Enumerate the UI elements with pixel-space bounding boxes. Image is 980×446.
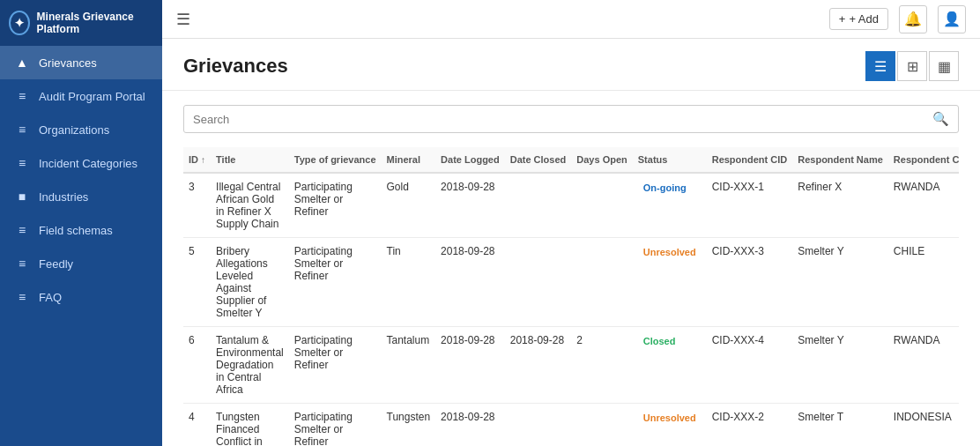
col-header-date-logged: Date Logged <box>435 147 505 173</box>
cell-type: Participating Smelter or Refiner <box>289 404 382 447</box>
cell-date-closed <box>505 238 572 327</box>
field-icon: ≡ <box>14 223 30 237</box>
sidebar-item-incident[interactable]: ≡ Incident Categories <box>0 146 162 180</box>
cell-id: 5 <box>183 238 211 327</box>
cell-respondent-name: Refiner X <box>792 173 888 238</box>
sidebar-label-feedly: Feedly <box>39 257 73 271</box>
industries-icon: ■ <box>14 190 30 204</box>
cell-date-logged: 2018-09-28 <box>435 238 505 327</box>
col-header-days-open: Days Open <box>571 147 632 173</box>
table-row[interactable]: 5 Bribery Allegations Leveled Against Su… <box>183 238 959 327</box>
cell-respondent-name: Smelter T <box>792 404 888 447</box>
cell-days-open <box>571 173 632 238</box>
table-row[interactable]: 4 Tungsten Financed Conflict in East Asi… <box>183 404 959 447</box>
add-button[interactable]: + + Add <box>829 8 888 30</box>
cell-status: Unresolved <box>633 238 707 327</box>
page-title: Grievances <box>183 55 288 78</box>
incident-icon: ≡ <box>14 156 30 170</box>
sidebar-label-audit: Audit Program Portal <box>39 90 145 103</box>
table-header-row: ID ↑ Title Type of grievance Mineral Dat… <box>183 147 959 173</box>
search-icon[interactable]: 🔍 <box>932 111 949 127</box>
status-badge: Unresolved <box>638 245 702 259</box>
cell-type: Participating Smelter or Refiner <box>289 327 382 404</box>
cell-mineral: Tin <box>382 238 436 327</box>
list-view-button[interactable]: ☰ <box>865 51 895 81</box>
table-row[interactable]: 6 Tantalum & Environmental Degradation i… <box>183 327 959 404</box>
hamburger-menu[interactable]: ☰ <box>176 10 190 29</box>
col-header-type: Type of grievance <box>289 147 382 173</box>
cell-days-open <box>571 404 632 447</box>
calendar-view-icon: ▦ <box>938 58 951 75</box>
col-header-respondent-cid: Respondent CID <box>707 147 793 173</box>
cell-date-logged: 2018-09-28 <box>435 404 505 447</box>
cell-respondent-name: Smelter Y <box>792 238 888 327</box>
sidebar-item-field[interactable]: ≡ Field schemas <box>0 213 162 247</box>
col-header-respondent-country: Respondent Country <box>888 147 959 173</box>
notifications-button[interactable]: 🔔 <box>899 5 927 33</box>
cell-respondent-country: INDONESIA <box>888 404 959 447</box>
cell-id: 4 <box>183 404 211 447</box>
logo-icon: ✦ <box>9 11 30 35</box>
search-bar: 🔍 <box>183 105 959 133</box>
cell-title: Tungsten Financed Conflict in East Asia <box>211 404 289 447</box>
cell-respondent-country: RWANDA <box>888 173 959 238</box>
sidebar-item-feedly[interactable]: ≡ Feedly <box>0 247 162 280</box>
sidebar-item-organizations[interactable]: ≡ Organizations <box>0 113 162 146</box>
add-icon: + <box>839 12 846 26</box>
cell-title: Bribery Allegations Leveled Against Supp… <box>211 238 289 327</box>
col-header-mineral: Mineral <box>382 147 436 173</box>
sidebar-label-faq: FAQ <box>39 291 62 304</box>
cell-date-closed <box>505 404 572 447</box>
app-name: Minerals Grievance Platform <box>37 11 153 35</box>
sidebar-item-grievances[interactable]: ▲ Grievances <box>0 46 162 79</box>
cell-date-closed <box>505 173 572 238</box>
cell-status: Unresolved <box>633 404 707 447</box>
user-button[interactable]: 👤 <box>938 5 966 33</box>
col-header-respondent-name: Respondent Name <box>792 147 888 173</box>
user-icon: 👤 <box>943 11 961 27</box>
grievances-table-wrap: ID ↑ Title Type of grievance Mineral Dat… <box>183 147 959 446</box>
sort-arrow-id: ↑ <box>201 155 205 165</box>
view-toggle: ☰ ⊞ ▦ <box>865 51 959 81</box>
cell-days-open: 2 <box>571 327 632 404</box>
sidebar-item-audit[interactable]: ≡ Audit Program Portal <box>0 79 162 113</box>
sidebar-label-industries: Industries <box>39 190 88 204</box>
sidebar-item-faq[interactable]: ≡ FAQ <box>0 280 162 314</box>
search-input[interactable] <box>193 113 932 126</box>
cell-type: Participating Smelter or Refiner <box>289 173 382 238</box>
notification-icon: 🔔 <box>904 11 922 27</box>
cell-date-logged: 2018-09-28 <box>435 327 505 404</box>
grid-view-icon: ⊞ <box>907 58 918 75</box>
audit-icon: ≡ <box>14 89 30 103</box>
cell-days-open <box>571 238 632 327</box>
calendar-view-button[interactable]: ▦ <box>929 51 959 81</box>
cell-respondent-cid: CID-XXX-4 <box>707 327 793 404</box>
cell-title: Illegal Central African Gold in Refiner … <box>211 173 289 238</box>
cell-id: 3 <box>183 173 211 238</box>
cell-status: On-going <box>633 173 707 238</box>
sidebar-label-organizations: Organizations <box>39 123 109 137</box>
sidebar: ✦ Minerals Grievance Platform ▲ Grievanc… <box>0 0 162 446</box>
cell-respondent-country: RWANDA <box>888 327 959 404</box>
sidebar-item-industries[interactable]: ■ Industries <box>0 180 162 213</box>
grid-view-button[interactable]: ⊞ <box>897 51 927 81</box>
status-badge: On-going <box>638 181 692 195</box>
cell-respondent-cid: CID-XXX-2 <box>707 404 793 447</box>
table-row[interactable]: 3 Illegal Central African Gold in Refine… <box>183 173 959 238</box>
cell-title: Tantalum & Environmental Degradation in … <box>211 327 289 404</box>
faq-icon: ≡ <box>14 290 30 304</box>
col-header-id[interactable]: ID ↑ <box>183 147 211 173</box>
cell-respondent-name: Smelter Y <box>792 327 888 404</box>
cell-date-closed: 2018-09-28 <box>505 327 572 404</box>
cell-status: Closed <box>633 327 707 404</box>
page-header: Grievances ☰ ⊞ ▦ <box>162 39 980 91</box>
cell-date-logged: 2018-09-28 <box>435 173 505 238</box>
cell-mineral: Tungsten <box>382 404 436 447</box>
col-header-title: Title <box>211 147 289 173</box>
col-header-status: Status <box>633 147 707 173</box>
cell-mineral: Tantalum <box>382 327 436 404</box>
content-area: 🔍 ID ↑ Title Type of grievance Mineral D… <box>162 91 980 446</box>
grievances-icon: ▲ <box>14 56 30 70</box>
sidebar-label-grievances: Grievances <box>39 56 97 70</box>
cell-respondent-cid: CID-XXX-3 <box>707 238 793 327</box>
